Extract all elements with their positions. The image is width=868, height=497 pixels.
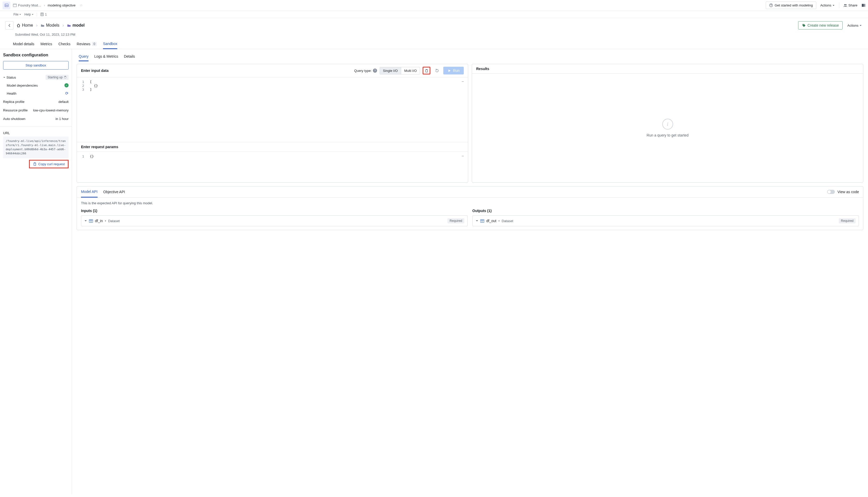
svg-rect-9 [864, 4, 865, 7]
app-logo[interactable] [3, 2, 10, 9]
input-type: Dataset [108, 219, 120, 223]
stop-sandbox-button[interactable]: Stop sandbox [3, 61, 69, 70]
tab-reviews[interactable]: Reviews 0 [77, 39, 97, 48]
subtab-query-label: Query [79, 54, 88, 58]
status-value: Starting up [47, 75, 63, 79]
tab-checks[interactable]: Checks [58, 39, 71, 48]
actions-dropdown[interactable]: Actions [819, 2, 836, 9]
svg-point-1 [5, 4, 6, 5]
subtab-query[interactable]: Query [79, 52, 88, 61]
output-name: df_out [486, 219, 496, 223]
topbar-menu: File Help 1 [0, 11, 868, 18]
svg-rect-16 [34, 163, 36, 166]
star-icon[interactable]: ☆ [80, 3, 83, 7]
refresh-icon[interactable]: ⟳ [65, 91, 69, 96]
panels-row: Enter input data Query type: ? Single I/… [77, 64, 863, 183]
tab-model-api[interactable]: Model API [81, 186, 98, 198]
crumb-home[interactable]: Home [16, 23, 33, 28]
results-panel: Results i Run a query to get started [472, 64, 863, 183]
topbar-right: Get started with modeling Actions Share [766, 2, 865, 9]
output-item[interactable]: df_out • Dataset Required [472, 215, 859, 226]
tab-model-details[interactable]: Model details [13, 39, 35, 48]
crumb-page-label: modeling objective [47, 3, 75, 7]
play-icon [447, 69, 451, 73]
back-button[interactable] [5, 21, 13, 29]
help-circle-icon [769, 3, 773, 7]
health-label: Health [7, 91, 16, 96]
input-editor[interactable]: — 1[ 2 {} 3] [77, 77, 468, 142]
inputs-title: Inputs (1) [81, 209, 468, 213]
svg-rect-14 [42, 14, 43, 15]
crumb-models[interactable]: Models [41, 23, 59, 28]
replica-row: Replica profile default [3, 98, 69, 106]
crumb-model-label: model [72, 23, 85, 28]
required-badge: Required [839, 218, 856, 224]
line-number: 3 [77, 88, 90, 91]
help-menu[interactable]: Help [24, 13, 33, 16]
tab-metrics[interactable]: Metrics [41, 39, 52, 48]
params-title: Enter request params [77, 142, 468, 152]
run-button[interactable]: Run [443, 67, 464, 74]
caret-down-icon[interactable] [84, 219, 87, 222]
view-as-code-toggle[interactable] [827, 190, 835, 194]
model-deps-row: Model dependencies ✓ [3, 82, 69, 89]
svg-rect-20 [89, 219, 93, 222]
io-row: Inputs (1) df_in • Dataset Required Outp… [81, 209, 859, 226]
caret-down-icon[interactable] [476, 219, 478, 222]
copy-curl-label: Copy curl request [38, 162, 65, 166]
segment-single-io[interactable]: Single I/O [380, 67, 401, 74]
file-menu[interactable]: File [13, 13, 21, 16]
topbar: Foundry Mod… › modeling objective ☆ Get … [0, 0, 868, 11]
copy-curl-button[interactable]: Copy curl request [29, 160, 69, 168]
results-panel-header: Results [472, 64, 863, 74]
segment-multi-io[interactable]: Multi I/O [401, 67, 420, 74]
create-release-button[interactable]: Create new release [798, 21, 843, 29]
tab-objective-api[interactable]: Objective API [103, 187, 125, 197]
inputs-column: Inputs (1) df_in • Dataset Required [81, 209, 468, 226]
share-label: Share [848, 3, 857, 7]
window-icon [13, 3, 17, 7]
query-type-label-group: Query type: ? [354, 69, 377, 73]
crumb-page[interactable]: modeling objective [47, 3, 75, 7]
undo-icon [435, 69, 439, 73]
api-body: This is the expected API for querying th… [77, 198, 863, 230]
status-section-header[interactable]: Status Starting up [3, 73, 69, 82]
collapse-icon[interactable]: — [462, 80, 464, 83]
file-label: File [13, 13, 18, 16]
input-item[interactable]: df_in • Dataset Required [81, 215, 468, 226]
required-badge: Required [447, 218, 464, 224]
svg-point-15 [803, 24, 803, 25]
clipboard-button[interactable] [423, 67, 430, 74]
users-indicator[interactable]: 1 [40, 12, 47, 16]
crumb-app[interactable]: Foundry Mod… [13, 3, 41, 7]
svg-rect-19 [426, 69, 427, 70]
input-panel-header: Enter input data Query type: ? Single I/… [77, 64, 468, 77]
caret-down-icon [859, 24, 862, 27]
crumb-home-label: Home [22, 23, 33, 28]
svg-point-7 [845, 4, 846, 5]
main-breadcrumbs: Home › Models › model [16, 23, 85, 28]
reset-button[interactable] [433, 67, 441, 74]
share-button[interactable]: Share [842, 2, 858, 9]
output-type: Dataset [502, 219, 513, 223]
subtab-details-label: Details [124, 54, 135, 58]
api-tabs-right: View as code [827, 190, 859, 194]
help-icon[interactable]: ? [373, 69, 377, 73]
subtab-details[interactable]: Details [124, 52, 135, 61]
params-editor[interactable]: — 1{} [77, 152, 468, 178]
url-label: URL [3, 130, 69, 137]
resource-label: Resource profile [3, 108, 28, 112]
api-description: This is the expected API for querying th… [81, 201, 859, 205]
results-title: Results [476, 67, 490, 71]
subtab-logs[interactable]: Logs & Metrics [94, 52, 118, 61]
editor-line: {} [90, 154, 94, 158]
tab-sandbox[interactable]: Sandbox [103, 39, 117, 49]
get-started-button[interactable]: Get started with modeling [766, 2, 816, 9]
run-label: Run [453, 69, 460, 73]
outputs-column: Outputs (1) df_out • Dataset Required [472, 209, 859, 226]
collapse-icon[interactable]: — [462, 154, 464, 158]
panel-toggle-icon[interactable] [862, 3, 865, 7]
page-actions-dropdown[interactable]: Actions [846, 22, 863, 29]
crumb-model[interactable]: model [67, 23, 85, 28]
tab-checks-label: Checks [58, 42, 71, 46]
